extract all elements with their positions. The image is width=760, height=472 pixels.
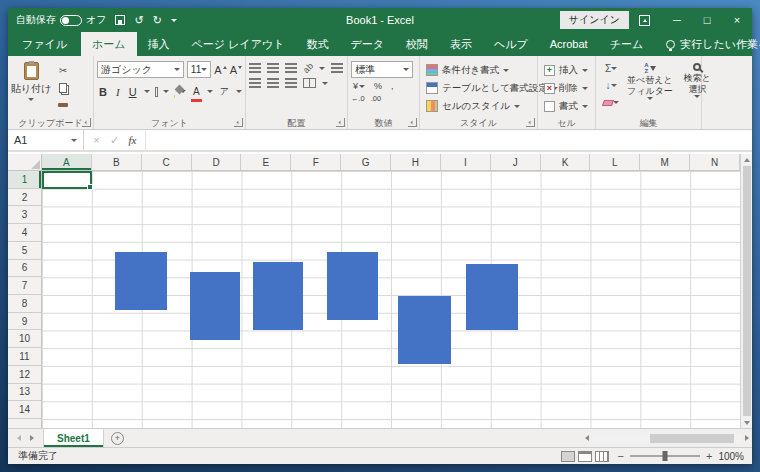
autosum-button[interactable]: Σ	[602, 62, 620, 75]
ribbon-display-options-icon[interactable]	[639, 15, 650, 26]
row-header-7[interactable]: 7	[8, 277, 41, 295]
select-all-corner[interactable]	[8, 154, 42, 171]
italic-button[interactable]: I	[114, 86, 122, 98]
next-sheet-icon[interactable]	[30, 435, 34, 441]
column-header-E[interactable]: E	[241, 154, 291, 170]
ribbon-tab-6[interactable]: 校閲	[395, 32, 439, 56]
zoom-slider[interactable]	[630, 455, 700, 457]
save-button[interactable]	[115, 15, 125, 25]
paste-button[interactable]: 貼り付け	[11, 58, 51, 116]
row-header-6[interactable]: 6	[8, 260, 41, 278]
ribbon-tab-10[interactable]: チーム	[599, 32, 655, 56]
ribbon-tab-3[interactable]: ページ レイアウト	[181, 32, 296, 56]
horizontal-scrollbar-thumb[interactable]	[650, 434, 734, 443]
align-right-button[interactable]	[285, 78, 297, 88]
shape-rect-3[interactable]	[253, 262, 303, 330]
page-break-view-button[interactable]	[595, 451, 609, 462]
underline-button[interactable]: U	[127, 86, 139, 98]
horizontal-scrollbar[interactable]	[585, 429, 752, 447]
align-center-button[interactable]	[267, 78, 279, 88]
insert-function-button[interactable]: fx	[124, 134, 141, 146]
column-header-D[interactable]: D	[192, 154, 242, 170]
format-painter-button[interactable]	[54, 98, 72, 111]
zoom-out-button[interactable]: −	[618, 450, 624, 462]
redo-button[interactable]: ↻	[153, 14, 162, 27]
bold-button[interactable]: B	[97, 86, 109, 98]
sort-filter-button[interactable]: AZ 並べ替えと フィルター	[623, 60, 677, 116]
ribbon-tab-1[interactable]: ホーム	[81, 32, 137, 56]
dialog-launcher-icon[interactable]	[408, 118, 417, 127]
maximize-button[interactable]: □	[692, 8, 722, 32]
clear-button[interactable]	[602, 96, 620, 109]
ribbon-tab-9[interactable]: Acrobat	[539, 32, 599, 56]
shape-rect-4[interactable]	[327, 252, 378, 320]
font-color-button[interactable]: A	[191, 81, 202, 102]
scroll-up-icon[interactable]	[744, 154, 750, 165]
decrease-decimal-button[interactable]: .00	[371, 94, 381, 103]
scroll-down-icon[interactable]	[744, 417, 750, 428]
grid-canvas[interactable]	[42, 171, 740, 428]
vertical-scrollbar-thumb[interactable]	[743, 166, 751, 416]
tell-me-box[interactable]: 実行したい作業を入力してください	[666, 32, 760, 56]
normal-view-button[interactable]	[561, 451, 575, 462]
scroll-left-icon[interactable]	[585, 435, 589, 441]
merge-center-button[interactable]	[303, 78, 316, 88]
currency-format-button[interactable]: ¥	[351, 81, 367, 91]
conditional-formatting-button[interactable]: 条件付き書式	[423, 61, 534, 79]
row-header-12[interactable]: 12	[8, 366, 41, 384]
column-header-A[interactable]: A	[42, 154, 92, 170]
decrease-font-button[interactable]: A	[230, 64, 242, 76]
quick-access-customize-button[interactable]	[171, 19, 177, 22]
comma-format-button[interactable]: ,	[389, 81, 396, 91]
cut-button[interactable]: ✂	[54, 64, 72, 77]
delete-cells-button[interactable]: × 削除	[541, 79, 592, 97]
prev-sheet-icon[interactable]	[17, 435, 21, 441]
row-header-9[interactable]: 9	[8, 313, 41, 331]
formula-input[interactable]	[146, 130, 752, 150]
number-format-combobox[interactable]: 標準	[351, 61, 413, 78]
sheet-tab-sheet1[interactable]: Sheet1	[43, 429, 104, 447]
phonetic-button[interactable]: ア	[218, 85, 231, 98]
name-box[interactable]: A1	[8, 130, 84, 150]
fill-button[interactable]: ↓	[602, 79, 620, 92]
autosave-toggle[interactable]: 自動保存 オフ	[16, 13, 106, 27]
align-left-button[interactable]	[249, 78, 261, 88]
ribbon-tab-file[interactable]: ファイル	[8, 32, 81, 56]
align-bottom-button[interactable]	[285, 63, 297, 73]
column-header-L[interactable]: L	[590, 154, 640, 170]
ribbon-tab-7[interactable]: 表示	[439, 32, 483, 56]
insert-cells-button[interactable]: + 挿入	[541, 61, 592, 79]
percent-format-button[interactable]: %	[372, 81, 384, 91]
increase-decimal-button[interactable]: ←.0	[351, 94, 365, 103]
column-header-H[interactable]: H	[391, 154, 441, 170]
scroll-right-icon[interactable]	[745, 435, 749, 441]
column-header-G[interactable]: G	[341, 154, 391, 170]
row-header-4[interactable]: 4	[8, 224, 41, 242]
column-header-B[interactable]: B	[92, 154, 142, 170]
page-layout-view-button[interactable]	[578, 451, 592, 462]
column-header-K[interactable]: K	[541, 154, 591, 170]
wrap-text-button[interactable]	[331, 63, 343, 73]
row-header-1[interactable]: 1	[8, 171, 41, 189]
dialog-launcher-icon[interactable]	[234, 118, 243, 127]
add-sheet-button[interactable]: +	[111, 432, 124, 445]
shape-rect-2[interactable]	[190, 272, 240, 340]
align-middle-button[interactable]	[267, 63, 279, 73]
column-header-J[interactable]: J	[491, 154, 541, 170]
column-header-C[interactable]: C	[142, 154, 192, 170]
vertical-scrollbar[interactable]	[740, 154, 752, 428]
dialog-launcher-icon[interactable]	[526, 118, 535, 127]
find-select-button[interactable]: 検索と 選択	[680, 60, 715, 116]
copy-button[interactable]	[54, 81, 72, 94]
ribbon-tab-5[interactable]: データ	[339, 32, 395, 56]
column-header-N[interactable]: N	[690, 154, 740, 170]
ribbon-tab-4[interactable]: 数式	[295, 32, 339, 56]
font-size-combobox[interactable]: 11	[187, 61, 212, 78]
increase-font-button[interactable]: A	[214, 64, 226, 76]
column-header-M[interactable]: M	[640, 154, 690, 170]
borders-button[interactable]	[155, 87, 158, 97]
row-header-11[interactable]: 11	[8, 348, 41, 366]
dialog-launcher-icon[interactable]	[336, 118, 345, 127]
format-as-table-button[interactable]: テーブルとして書式設定	[423, 79, 534, 97]
undo-button[interactable]: ↺	[134, 14, 143, 27]
